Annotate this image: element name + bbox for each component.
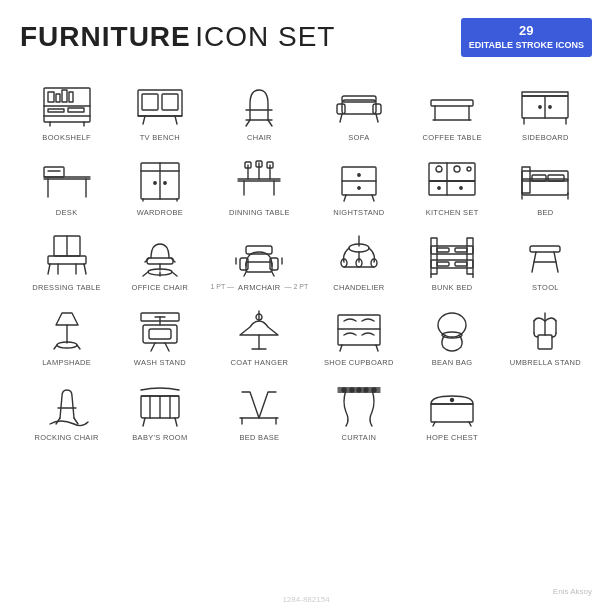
svg-point-175 xyxy=(451,398,454,401)
icon-hope-chest: HOPE CHEST xyxy=(406,375,499,446)
icon-stool: STOOL xyxy=(499,225,592,296)
kitchen-set-label: KITCHEN SET xyxy=(426,208,479,217)
svg-rect-24 xyxy=(342,96,376,102)
svg-rect-173 xyxy=(431,404,473,422)
icon-wash-stand: WASH STAND xyxy=(113,300,206,371)
svg-point-48 xyxy=(164,181,166,183)
svg-line-145 xyxy=(376,345,378,351)
svg-line-130 xyxy=(77,345,80,349)
svg-rect-6 xyxy=(69,92,73,102)
curtain-label: CURTAIN xyxy=(342,433,377,442)
icons-grid: BOOKSHELF TV BENCH xyxy=(20,75,592,446)
lampshade-label: LAMPSHADE xyxy=(42,358,91,367)
badge-count: 29 xyxy=(469,23,584,40)
svg-rect-131 xyxy=(143,325,177,343)
armchair-label: ARMCHAIR xyxy=(238,283,280,292)
office-chair-label: OFFICE CHAIR xyxy=(132,283,189,292)
kitchen-set-icon xyxy=(421,154,483,206)
svg-line-129 xyxy=(54,345,57,349)
sofa-label: SOFA xyxy=(348,133,369,142)
bookshelf-label: BOOKSHELF xyxy=(42,133,91,142)
svg-line-65 xyxy=(344,195,346,201)
svg-line-88 xyxy=(84,264,86,274)
icon-bookshelf: BOOKSHELF xyxy=(20,75,113,146)
bed-base-icon xyxy=(228,379,290,431)
svg-point-33 xyxy=(539,105,541,107)
svg-line-144 xyxy=(340,345,342,351)
sofa-icon xyxy=(328,79,390,131)
icon-coffee-table: COFFEE TABLE xyxy=(406,75,499,146)
rocking-chair-icon xyxy=(36,379,98,431)
bookshelf-icon xyxy=(36,79,98,131)
svg-rect-142 xyxy=(338,315,380,345)
svg-point-34 xyxy=(549,105,551,107)
tv-bench-icon xyxy=(129,79,191,131)
svg-rect-5 xyxy=(62,90,67,102)
svg-rect-120 xyxy=(455,248,467,252)
svg-rect-8 xyxy=(68,108,84,112)
svg-line-14 xyxy=(143,116,145,124)
coffee-table-label: COFFEE TABLE xyxy=(423,133,482,142)
svg-line-26 xyxy=(376,114,378,122)
watermark: 1284-882154 xyxy=(282,595,329,604)
wash-stand-label: WASH STAND xyxy=(134,358,186,367)
lampshade-icon xyxy=(36,304,98,356)
svg-point-76 xyxy=(460,186,462,188)
icon-office-chair: OFFICE CHAIR xyxy=(113,225,206,296)
svg-rect-83 xyxy=(548,175,564,181)
svg-rect-22 xyxy=(337,104,345,114)
babys-room-icon xyxy=(129,379,191,431)
watermark-text: 1284-882154 xyxy=(282,595,329,604)
svg-line-160 xyxy=(143,418,145,426)
svg-rect-102 xyxy=(246,246,272,254)
icon-curtain: CURTAIN xyxy=(312,375,405,446)
title-area: FURNITURE ICON SET xyxy=(20,21,335,53)
svg-rect-91 xyxy=(147,258,173,264)
coat-hanger-label: COAT HANGER xyxy=(231,358,289,367)
main-title: FURNITURE xyxy=(20,21,191,52)
icon-wardrobe: WARDROBE xyxy=(113,150,206,221)
svg-point-171 xyxy=(364,388,368,392)
svg-point-172 xyxy=(372,388,376,392)
shoe-cupboard-icon xyxy=(328,304,390,356)
svg-line-18 xyxy=(246,120,250,126)
dressing-table-icon xyxy=(36,229,98,281)
icon-chandelier: CHANDELIER xyxy=(312,225,405,296)
armchair-label-row: 1 PT — ARMCHAIR — 2 PT xyxy=(209,281,311,292)
umbrella-stand-label: UMBRELLA STAND xyxy=(510,358,581,367)
svg-rect-123 xyxy=(530,246,560,252)
chair-label: CHAIR xyxy=(247,133,272,142)
dinning-table-icon xyxy=(228,154,290,206)
svg-rect-27 xyxy=(431,100,473,106)
svg-line-25 xyxy=(340,114,342,122)
bed-icon xyxy=(514,154,576,206)
desk-icon xyxy=(36,154,98,206)
pt-right: — 2 PT xyxy=(285,283,309,290)
desk-label: DESK xyxy=(56,208,78,217)
chandelier-label: CHANDELIER xyxy=(333,283,384,292)
chandelier-icon xyxy=(328,229,390,281)
wardrobe-label: WARDROBE xyxy=(137,208,183,217)
svg-point-168 xyxy=(342,388,346,392)
svg-rect-42 xyxy=(44,167,64,177)
icon-nightstand: NIGHTSTAND xyxy=(312,150,405,221)
svg-point-74 xyxy=(467,167,471,171)
header: FURNITURE ICON SET 29 EDITABLE STROKE IC… xyxy=(20,18,592,57)
coffee-table-icon xyxy=(421,79,483,131)
svg-line-66 xyxy=(372,195,374,201)
svg-rect-3 xyxy=(48,92,54,102)
svg-rect-132 xyxy=(149,329,171,339)
svg-line-104 xyxy=(272,272,274,276)
sideboard-label: SIDEBOARD xyxy=(522,133,569,142)
svg-point-169 xyxy=(350,388,354,392)
hope-chest-icon xyxy=(421,379,483,431)
svg-line-103 xyxy=(244,272,246,276)
nightstand-label: NIGHTSTAND xyxy=(333,208,384,217)
svg-rect-67 xyxy=(429,163,475,181)
babys-room-label: BABY'S ROOM xyxy=(132,433,187,442)
chair-icon xyxy=(228,79,290,131)
svg-point-72 xyxy=(436,166,442,172)
svg-rect-122 xyxy=(455,262,467,266)
dinning-table-label: DINNING TABLE xyxy=(229,208,290,217)
svg-rect-4 xyxy=(56,94,60,102)
